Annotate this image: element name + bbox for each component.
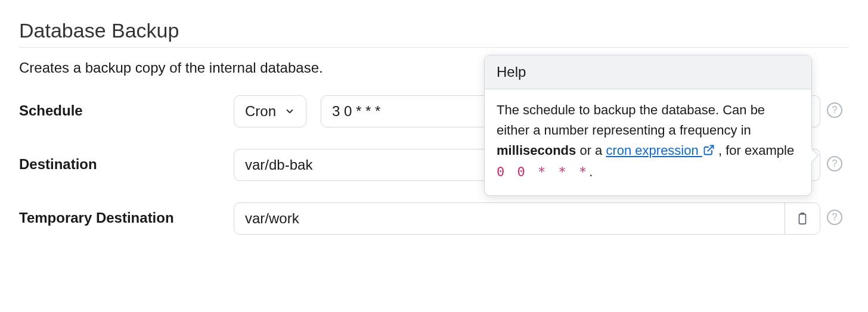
temp-destination-row: Temporary Destination ? <box>19 202 849 235</box>
tooltip-text: or a <box>576 143 606 158</box>
copy-button[interactable] <box>785 203 820 234</box>
temp-destination-label: Temporary Destination <box>19 202 234 226</box>
tooltip-body: The schedule to backup the database. Can… <box>485 89 811 195</box>
schedule-label: Schedule <box>19 95 234 119</box>
svg-line-0 <box>708 146 713 151</box>
tooltip-text: The schedule to backup the database. Can… <box>497 102 765 138</box>
clipboard-icon <box>796 212 809 225</box>
help-icon[interactable]: ? <box>827 156 842 171</box>
tooltip-text-bold: milliseconds <box>497 143 576 158</box>
external-link-icon <box>703 142 715 162</box>
tooltip-code-example: 0 0 * * * <box>497 164 589 179</box>
chevron-down-icon <box>284 106 295 117</box>
cron-expression-link[interactable]: cron expression <box>606 143 714 158</box>
section-title: Database Backup <box>19 19 849 48</box>
tooltip-title: Help <box>485 55 811 89</box>
schedule-type-value: Cron <box>245 103 276 120</box>
help-icon[interactable]: ? <box>827 102 842 118</box>
help-tooltip: Help The schedule to backup the database… <box>484 55 812 196</box>
tooltip-text: . <box>589 164 593 179</box>
help-icon[interactable]: ? <box>827 210 842 225</box>
temp-destination-input[interactable] <box>234 203 785 234</box>
tooltip-text: , for example <box>718 143 794 158</box>
schedule-type-select[interactable]: Cron <box>234 95 306 127</box>
destination-label: Destination <box>19 149 234 173</box>
svg-rect-1 <box>799 214 806 224</box>
